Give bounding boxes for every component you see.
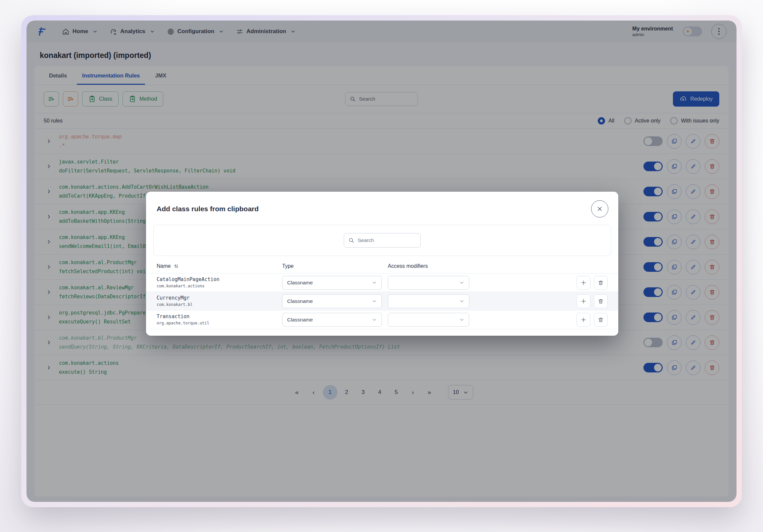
close-icon [597, 206, 603, 212]
clipboard-rule-row: Transaction org.apache.torque.util Class… [146, 310, 618, 329]
plus-icon [581, 298, 587, 304]
add-row-button[interactable] [577, 313, 591, 327]
trash-icon [598, 298, 604, 304]
modal-close-button[interactable] [591, 200, 608, 218]
chevron-down-icon [372, 299, 377, 304]
class-name-cell: Transaction org.apache.torque.util [157, 313, 209, 326]
class-name: CurrencyMgr [157, 295, 192, 302]
trash-icon [598, 317, 604, 323]
modal-search [344, 233, 421, 248]
add-class-rules-modal: Add class rules from clipboard [146, 192, 618, 336]
chevron-down-icon [459, 299, 464, 304]
type-select[interactable]: Classname [282, 313, 382, 327]
clipboard-rule-row: CatalogMainPageAction com.konakart.actio… [146, 273, 618, 292]
modal-header: Add class rules from clipboard [146, 192, 618, 220]
type-select[interactable]: Classname [282, 294, 382, 308]
modal-table-header: Name Type Access modifiers [146, 256, 618, 273]
class-package: org.apache.torque.util [157, 320, 209, 326]
class-name: CatalogMainPageAction [157, 276, 220, 283]
screen: Home Analytics [0, 0, 763, 532]
add-row-button[interactable] [577, 276, 591, 290]
chevron-down-icon [372, 317, 377, 322]
modal-title: Add class rules from clipboard [157, 205, 259, 213]
chevron-down-icon [459, 280, 464, 285]
remove-row-button[interactable] [594, 313, 608, 327]
type-select-value: Classname [287, 298, 313, 304]
plus-icon [581, 280, 587, 286]
clipboard-rule-row: CurrencyMgr com.konakart.bl Classname [146, 292, 618, 310]
sort-icon[interactable] [173, 264, 179, 269]
plus-icon [581, 317, 587, 323]
modal-table-body: CatalogMainPageAction com.konakart.actio… [146, 273, 618, 329]
type-select-value: Classname [287, 317, 313, 323]
class-name-cell: CatalogMainPageAction com.konakart.actio… [157, 276, 220, 289]
class-package: com.konakart.actions [157, 283, 220, 289]
search-icon [348, 237, 354, 243]
type-select-value: Classname [287, 280, 313, 286]
column-name: Name [157, 263, 171, 269]
chevron-down-icon [372, 280, 377, 285]
type-select[interactable]: Classname [282, 276, 382, 290]
modal-search-input[interactable] [358, 237, 416, 243]
access-modifiers-select[interactable] [388, 294, 469, 308]
add-row-button[interactable] [577, 294, 591, 308]
trash-icon [598, 280, 604, 286]
remove-row-button[interactable] [594, 276, 608, 290]
chevron-down-icon [459, 317, 464, 322]
access-modifiers-select[interactable] [388, 276, 469, 290]
column-access-modifiers: Access modifiers [388, 263, 608, 269]
access-modifiers-select[interactable] [388, 313, 469, 327]
remove-row-button[interactable] [594, 294, 608, 308]
column-type: Type [282, 263, 388, 269]
class-package: com.konakart.bl [157, 302, 192, 308]
class-name-cell: CurrencyMgr com.konakart.bl [157, 295, 192, 308]
class-name: Transaction [157, 313, 209, 320]
modal-search-panel [153, 225, 611, 256]
